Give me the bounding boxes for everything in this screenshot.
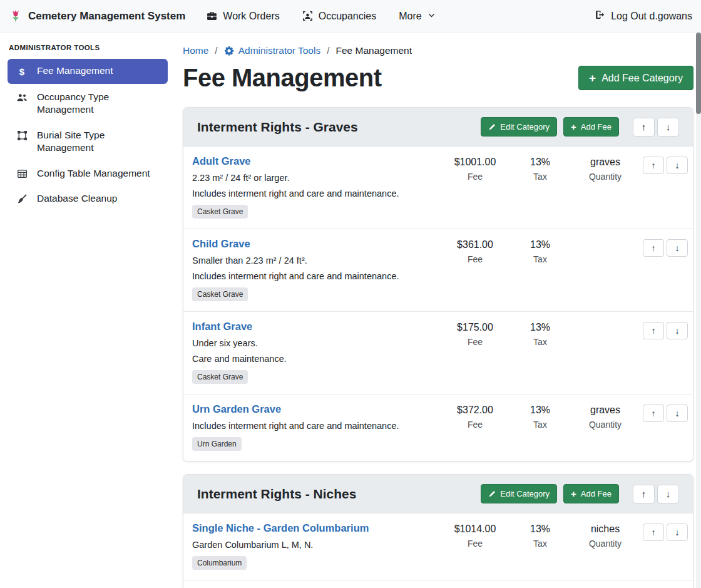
scrollbar-thumb[interactable] [696, 33, 701, 114]
vector-square-icon [15, 130, 29, 141]
quantity-column: niches Quantity [573, 522, 638, 549]
fee-row: Single Niche - Garden Columbarium Garden… [183, 513, 693, 580]
move-fee-up-button[interactable]: ↑ [643, 322, 664, 339]
tax-value: 13% [508, 524, 573, 535]
fee-name-link[interactable]: Adult Grave [192, 155, 251, 167]
fee-amount-column: $1001.00 Fee [443, 155, 508, 182]
tax-column: 13% Tax [508, 238, 573, 264]
page-title: Fee Management [183, 64, 382, 92]
fee-amount-label: Fee [443, 254, 508, 264]
up-arrow-icon: ↑ [652, 243, 656, 253]
sidebar-item-fee-management[interactable]: $ Fee Management [8, 59, 168, 84]
down-arrow-icon: ↓ [675, 527, 680, 537]
move-fee-down-button[interactable]: ↓ [667, 405, 688, 422]
sidebar-item-label: Database Cleanup [37, 192, 117, 205]
fee-type-badge: Casket Grave [192, 370, 248, 384]
fee-name-link[interactable]: Urn Garden Grave [192, 403, 281, 415]
move-fee-down-button[interactable]: ↓ [667, 322, 688, 339]
nav-more[interactable]: More [399, 11, 435, 22]
category-card-graves: Interment Rights - Graves Edit Category … [183, 107, 693, 462]
quantity-unit: niches [573, 524, 638, 535]
logout-link[interactable]: Log Out d.gowans [595, 9, 692, 23]
fee-amount-label: Fee [443, 420, 508, 430]
move-category-down-button[interactable]: ↓ [657, 118, 679, 137]
quantity-label: Quantity [573, 172, 638, 182]
edit-category-label: Edit Category [500, 122, 550, 132]
category-card-niches: Interment Rights - Niches Edit Category … [183, 474, 693, 588]
add-fee-button[interactable]: + Add Fee [563, 484, 619, 503]
move-fee-up-button[interactable]: ↑ [643, 157, 664, 174]
move-fee-down-button[interactable]: ↓ [667, 239, 688, 257]
fee-amount-column: $1014.00 Fee [443, 522, 508, 549]
fee-amount-label: Fee [443, 172, 508, 182]
fee-name-link[interactable]: Single Niche - Garden Columbarium [192, 522, 369, 534]
move-fee-down-button[interactable]: ↓ [667, 524, 688, 541]
sidebar-item-label: Burial Site Type Management [37, 129, 160, 155]
up-arrow-icon: ↑ [652, 527, 656, 537]
edit-category-button[interactable]: Edit Category [481, 117, 557, 137]
add-fee-category-button[interactable]: + Add Fee Category [578, 66, 693, 90]
fee-name-link[interactable]: Infant Grave [192, 321, 252, 333]
fee-amount: $1001.00 [443, 157, 508, 168]
fee-description: Garden Columbarium L, M, N. [192, 540, 437, 550]
move-fee-down-button[interactable]: ↓ [667, 157, 688, 174]
move-fee-up-button[interactable]: ↑ [643, 239, 664, 257]
sidebar-item-config-table-management[interactable]: Config Table Management [8, 162, 168, 185]
fee-row: Urn Garden Grave Includes interment righ… [183, 394, 693, 461]
page-scrollbar[interactable] [696, 33, 701, 588]
down-arrow-icon: ↓ [666, 121, 671, 132]
move-category-down-button[interactable]: ↓ [657, 485, 679, 503]
quantity-unit: graves [573, 157, 638, 168]
broom-cleanup-icon [15, 193, 29, 204]
move-fee-up-button[interactable]: ↑ [643, 405, 664, 422]
tax-value: 13% [508, 157, 573, 168]
fee-amount: $1014.00 [443, 524, 508, 535]
add-fee-category-label: Add Fee Category [601, 73, 683, 84]
quantity-unit: graves [573, 405, 638, 416]
fee-description: Smaller than 2.23 m² / 24 ft². [192, 255, 437, 266]
breadcrumb-admin-tools-link[interactable]: Administrator Tools [224, 45, 321, 56]
fee-row: Child Grave Smaller than 2.23 m² / 24 ft… [183, 229, 693, 311]
sidebar-item-database-cleanup[interactable]: Database Cleanup [8, 187, 168, 210]
nav-work-orders[interactable]: Work Orders [207, 11, 279, 22]
occupancies-icon [302, 11, 313, 21]
quantity-label: Quantity [573, 420, 638, 430]
fee-amount-label: Fee [443, 337, 508, 347]
work-orders-icon [207, 11, 217, 21]
breadcrumb-current: Fee Management [336, 45, 412, 56]
fee-row: Companion Niche - Garden Columbarium Gar… [183, 580, 693, 588]
fee-description: Includes interment right and care and ma… [192, 421, 437, 431]
tax-label: Tax [508, 172, 573, 182]
gear-icon [224, 46, 234, 56]
up-arrow-icon: ↑ [652, 326, 656, 336]
plus-icon: + [589, 72, 596, 84]
table-icon [15, 168, 29, 179]
up-arrow-icon: ↑ [652, 408, 656, 418]
breadcrumb-admin-tools-label: Administrator Tools [238, 45, 321, 56]
breadcrumb-separator: / [327, 45, 329, 56]
fee-description: 2.23 m² / 24 ft² or larger. [192, 173, 437, 183]
nav-occupancies[interactable]: Occupancies [302, 11, 377, 22]
move-category-up-button[interactable]: ↑ [633, 485, 655, 503]
edit-category-button[interactable]: Edit Category [481, 484, 557, 503]
quantity-label: Quantity [573, 539, 638, 549]
logout-label: Log Out d.gowans [611, 11, 692, 22]
down-arrow-icon: ↓ [675, 243, 680, 253]
logout-icon [595, 9, 605, 23]
fee-amount: $175.00 [443, 322, 508, 333]
app-brand[interactable]: Cemetery Management System [9, 9, 185, 23]
admin-tools-sidebar: ADMINISTRATOR TOOLS $ Fee Management Occ… [0, 33, 175, 588]
sidebar-item-occupancy-type-management[interactable]: Occupancy Type Management [8, 85, 168, 122]
add-fee-button[interactable]: + Add Fee [563, 117, 619, 137]
fee-name-link[interactable]: Child Grave [192, 238, 250, 250]
breadcrumb-home-link[interactable]: Home [183, 45, 208, 56]
move-fee-up-button[interactable]: ↑ [643, 524, 664, 541]
fee-amount-label: Fee [443, 539, 508, 549]
move-category-up-button[interactable]: ↑ [633, 118, 655, 137]
plus-icon: + [571, 122, 576, 132]
sidebar-item-burial-site-type-management[interactable]: Burial Site Type Management [8, 123, 168, 160]
quantity-column [573, 238, 638, 239]
tax-column: 13% Tax [508, 403, 573, 430]
fee-amount: $361.00 [443, 239, 508, 250]
sidebar-heading: ADMINISTRATOR TOOLS [9, 44, 166, 51]
